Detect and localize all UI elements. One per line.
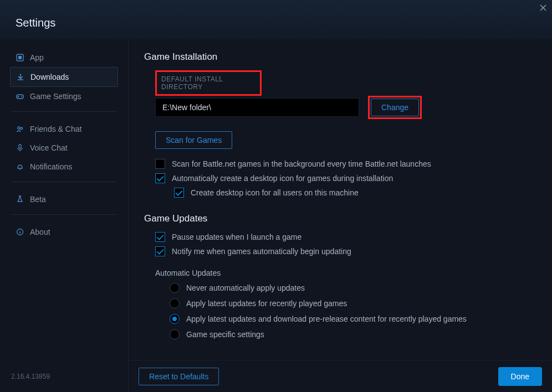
footer: Reset to Defaults Done <box>129 360 552 392</box>
radio-icon <box>170 298 180 308</box>
sidebar-item-about[interactable]: About <box>10 223 118 241</box>
sidebar-item-label: Voice Chat <box>30 143 68 152</box>
sidebar-item-game-settings[interactable]: Game Settings <box>10 87 118 106</box>
close-icon[interactable] <box>534 0 552 16</box>
svg-rect-6 <box>19 145 21 148</box>
radio-label: Never automatically apply updates <box>186 283 305 292</box>
radio-label: Apply latest updates and download pre-re… <box>186 314 467 323</box>
radio-never-auto-update[interactable]: Never automatically apply updates <box>170 283 532 293</box>
sidebar-item-beta[interactable]: Beta <box>10 190 118 209</box>
sidebar-item-label: Notifications <box>30 162 72 171</box>
info-icon <box>16 228 24 236</box>
header: Settings <box>0 0 552 39</box>
radio-latest-recent[interactable]: Apply latest updates for recently played… <box>170 298 532 308</box>
bell-icon <box>16 162 24 171</box>
section-heading-game-updates: Game Updates <box>144 213 532 224</box>
sidebar: App Downloads Game Settings Frie <box>0 39 129 392</box>
mic-icon <box>16 143 24 152</box>
scan-for-games-button[interactable]: Scan for Games <box>155 131 232 149</box>
version-label: 2.16.4.13859 <box>10 368 118 387</box>
checkbox-notify-updates[interactable]: Notify me when games automatically begin… <box>155 246 532 256</box>
sidebar-item-label: About <box>30 228 50 236</box>
radio-icon <box>170 314 180 324</box>
friends-icon <box>16 125 24 133</box>
checkbox-icon <box>155 173 165 183</box>
highlight-default-dir-label: DEFAULT INSTALL DIRECTORY <box>155 70 262 96</box>
change-button[interactable]: Change <box>371 99 419 116</box>
sidebar-item-label: Game Settings <box>30 92 81 101</box>
checkbox-label: Create desktop icon for all users on thi… <box>191 188 359 197</box>
radio-label: Game specific settings <box>186 330 264 339</box>
done-button[interactable]: Done <box>498 367 542 386</box>
radio-icon <box>170 283 180 293</box>
sidebar-item-friends-chat[interactable]: Friends & Chat <box>10 120 118 138</box>
checkbox-label: Pause updates when I launch a game <box>172 233 301 241</box>
sidebar-item-label: Downloads <box>30 73 69 81</box>
checkbox-icon <box>174 188 184 198</box>
checkbox-scan-background[interactable]: Scan for Battle.net games in the backgro… <box>155 159 532 169</box>
svg-point-4 <box>18 127 20 129</box>
default-install-dir-input[interactable] <box>155 98 359 117</box>
reset-defaults-button[interactable]: Reset to Defaults <box>139 368 219 385</box>
download-icon <box>16 73 25 81</box>
section-heading-game-installation: Game Installation <box>144 51 532 63</box>
flask-icon <box>16 195 24 204</box>
checkbox-label: Notify me when games automatically begin… <box>172 247 351 256</box>
checkbox-pause-updates[interactable]: Pause updates when I launch a game <box>155 232 532 242</box>
checkbox-auto-desktop-icon[interactable]: Automatically create a desktop icon for … <box>155 173 532 183</box>
checkbox-label: Automatically create a desktop icon for … <box>172 174 393 183</box>
checkbox-icon <box>155 159 165 169</box>
page-title: Settings <box>16 17 552 29</box>
radio-latest-prerelease[interactable]: Apply latest updates and download pre-re… <box>170 314 532 324</box>
controller-icon <box>16 92 24 101</box>
divider <box>11 111 117 112</box>
sidebar-item-voice-chat[interactable]: Voice Chat <box>10 138 118 157</box>
radio-label: Apply latest updates for recently played… <box>186 299 347 308</box>
sidebar-item-app[interactable]: App <box>10 48 118 67</box>
sidebar-item-downloads[interactable]: Downloads <box>10 67 118 87</box>
automatic-updates-heading: Automatic Updates <box>155 269 532 277</box>
sidebar-item-label: Friends & Chat <box>30 125 81 133</box>
divider <box>11 182 117 182</box>
svg-point-3 <box>21 96 22 97</box>
app-icon <box>16 53 24 62</box>
svg-point-5 <box>21 127 23 130</box>
checkbox-icon <box>155 246 165 256</box>
radio-icon <box>170 329 180 339</box>
checkbox-icon <box>155 232 165 242</box>
checkbox-desktop-icon-all-users[interactable]: Create desktop icon for all users on thi… <box>174 188 532 198</box>
divider <box>11 214 117 215</box>
sidebar-item-label: App <box>30 53 44 62</box>
default-install-dir-label: DEFAULT INSTALL DIRECTORY <box>157 72 260 94</box>
sidebar-item-label: Beta <box>30 195 46 204</box>
highlight-change-button: Change <box>368 96 422 119</box>
content-panel: Game Installation DEFAULT INSTALL DIRECT… <box>129 39 552 360</box>
radio-game-specific[interactable]: Game specific settings <box>170 329 532 339</box>
sidebar-item-notifications[interactable]: Notifications <box>10 157 118 176</box>
checkbox-label: Scan for Battle.net games in the backgro… <box>172 159 431 168</box>
svg-rect-1 <box>18 56 22 59</box>
